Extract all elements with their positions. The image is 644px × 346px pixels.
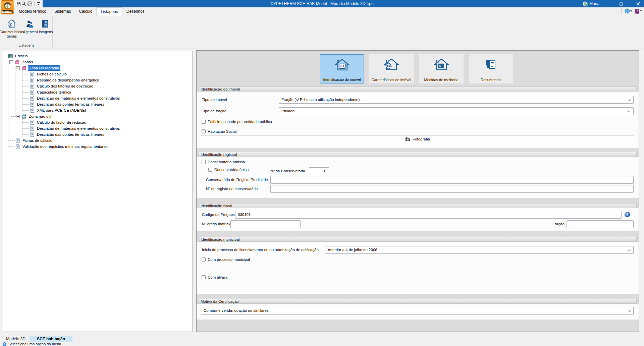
conservatoria-omissa-label: Conservatória omissa [208, 160, 245, 164]
workspace: EdifícioZonasZona útil MoradiaFichas de … [0, 49, 644, 336]
tab-identificacao-do-imovel[interactable]: ID Identificação do imóvel [320, 54, 364, 83]
tree-item-zona-nao-util[interactable]: Zona não útil [3, 113, 193, 119]
tree-item-descricao-de-materiais-e-elementos-construtivos[interactable]: Descrição de materiais e elementos const… [3, 95, 193, 101]
fracao-label: Fração [552, 220, 565, 228]
tab-medidas-de-melhoria[interactable]: A+ Medidas de melhoria [419, 54, 464, 83]
minimize-button[interactable] [599, 0, 609, 7]
tree-item-zona-util-moradia[interactable]: Zona útil Moradia [3, 65, 193, 71]
report-doc-icon [15, 144, 20, 149]
tree-item-zonas[interactable]: Zonas [3, 59, 193, 65]
tree-item-validacao-dos-requisitos-minimos-regulamentares[interactable]: Validação dos requisitos mínimos regulam… [3, 143, 193, 150]
user-name: Maria [589, 1, 599, 6]
conservatoria-omissa-checkbox[interactable] [202, 160, 206, 164]
num-registo-input[interactable] [270, 185, 634, 193]
chevron-down-icon [628, 110, 631, 112]
tipo-fracao-select[interactable]: Privado [279, 107, 634, 115]
tree-item-fichas-de-calculo[interactable]: Fichas de cálculo [3, 137, 193, 143]
processo-municipal-checkbox[interactable] [202, 257, 206, 262]
report-doc-icon [30, 108, 35, 113]
tree-connector-stub [22, 80, 29, 80]
motivo-certificacao-select[interactable]: Compra e venda, doação ou similares [201, 307, 634, 315]
processo-municipal-label: Com processo municipal [208, 257, 250, 262]
report-doc-icon [30, 126, 35, 131]
tab-sce-habitacao[interactable]: SCE habitação [30, 336, 72, 342]
app-house-icon [3, 2, 12, 9]
title-bar: SCE-HAB CYPETHERM SCE-HAB Model - Moradi… [0, 0, 644, 7]
tree-item-descricao-de-materiais-e-elementos-construtivos[interactable]: Descrição de materiais e elementos const… [3, 125, 193, 131]
tree-item-calculo-do-factor-de-reducao[interactable]: Cálculo do factor de redução [3, 119, 193, 125]
web-globe-icon[interactable] [625, 8, 632, 14]
tree-item-edificio[interactable]: Edifício [3, 53, 193, 59]
caracteristicas-gerais-button[interactable]: Características gerais [2, 18, 21, 39]
menu-tab-calculo[interactable]: Cálculo [75, 7, 96, 16]
chevron-down-icon [628, 248, 631, 251]
help-icon[interactable]: ? [625, 212, 630, 217]
tree-item-label: Fichas de cálculo [21, 138, 53, 143]
section-header-certificacao: Motivo da Certificação [199, 299, 637, 304]
report-doc-icon [30, 96, 35, 101]
habitacao-social-checkbox[interactable] [202, 129, 206, 133]
tree-item-capacidade-termica[interactable]: Capacidade térmica [3, 89, 193, 95]
tree-item-label: XML para PCE-CE (ADENE) [36, 108, 87, 113]
artigo-matricial-input[interactable] [230, 220, 301, 228]
entidade-publica-checkbox[interactable] [202, 120, 206, 124]
tree-item-descricao-das-pontes-termicas-lineares[interactable]: Descrição das pontes térmicas lineares [3, 101, 193, 107]
tree-item-descricao-das-pontes-termicas-lineares[interactable]: Descrição das pontes térmicas lineares [3, 131, 193, 137]
property-panel: ID Identificação do imóvel Caraterística… [196, 50, 639, 332]
registo-predial-input[interactable] [270, 176, 634, 184]
section-header-municipal: Identificação municipal [199, 237, 637, 242]
menu-tab-listagens[interactable]: Listagens [96, 7, 122, 16]
tree-item-resumo-de-desempenho-energetico[interactable]: Resumo de desempenho energético [3, 77, 193, 83]
report-book-icon: » [41, 19, 49, 29]
licenciamento-select[interactable]: Anterior a 4 de julho de 2006 [325, 246, 634, 254]
house-id-icon: ID [320, 58, 364, 72]
close-button[interactable] [633, 0, 643, 7]
house-aplus-icon: A+ [419, 57, 464, 71]
listagens-button[interactable]: » Listagens [38, 18, 52, 34]
tipo-imovel-select[interactable]: Fração (s/ PH e com utilização independe… [279, 96, 634, 104]
menu-tab-desenhos[interactable]: Desenhos [122, 7, 149, 16]
app-menu-button[interactable]: SCE-HAB [1, 0, 14, 14]
panel-splitter[interactable] [194, 186, 194, 192]
tree-item-fichas-de-calculo[interactable]: Fichas de cálculo [3, 71, 193, 77]
report-doc-icon [30, 120, 35, 125]
tipo-imovel-label: Tipo de imóvel [202, 96, 227, 104]
fotografia-button[interactable]: Fotografia [201, 135, 634, 143]
tab-documentos[interactable]: Documentos [469, 54, 513, 83]
alvara-checkbox[interactable] [202, 275, 206, 279]
fracao-input[interactable] [567, 220, 634, 228]
view-tabs: Modelo 3D SCE habitação [0, 336, 644, 342]
menu-tab-sistemas[interactable]: Sistemas [50, 7, 75, 16]
num-conservatoria-input[interactable]: 0 [309, 167, 329, 175]
tree-collapse-toggle[interactable] [9, 60, 13, 64]
zone-house-pink-icon [21, 66, 26, 71]
documents-icon [469, 57, 513, 71]
status-bar: i Seleccione uma opção do menu. [0, 342, 644, 346]
tree-item-label: Descrição de materiais e elementos const… [36, 126, 121, 131]
user-account[interactable]: Maria [583, 0, 599, 7]
tree-collapse-toggle[interactable] [16, 115, 20, 118]
restore-button[interactable] [616, 0, 626, 7]
svg-text:»: » [45, 21, 47, 23]
agentes-button[interactable]: Agentes [23, 18, 37, 34]
tree-item-calculo-dos-fatores-de-obstrucao[interactable]: Cálculo dos fatores de obstrução [3, 83, 193, 89]
alvara-label: Com alvará [208, 275, 227, 280]
tree-collapse-toggle[interactable] [16, 66, 20, 70]
tree-connector-stub [22, 92, 29, 93]
menu-tab-modelo-termico[interactable]: Modelo térmico [15, 7, 50, 16]
conservatoria-unica-checkbox[interactable] [208, 168, 212, 172]
artigo-matricial-label: Nº artigo matricial [202, 220, 232, 228]
tab-modelo-3d[interactable]: Modelo 3D [4, 336, 28, 342]
codigo-freguesia-label: Código de Freguesia [202, 211, 238, 219]
tab-carateristicas-do-imovel[interactable]: Caraterísticas do imóvel [369, 54, 414, 83]
report-doc-icon [30, 84, 35, 89]
tree-item-xml-para-pce-ce-adene[interactable]: XML para PCE-CE (ADENE) [3, 107, 193, 113]
window-title: CYPETHERM SCE-HAB Model - Moradia Modelo… [0, 0, 644, 7]
help-book-icon[interactable] [635, 9, 642, 14]
tree-connector-stub [8, 147, 15, 147]
tree-connector-stub [22, 74, 29, 74]
ribbon: Características gerais Agentes » Listage… [0, 16, 644, 49]
tree-item-label: Zonas [21, 59, 34, 65]
num-conservatoria-label: Nº da Conservatória [270, 167, 305, 175]
codigo-freguesia-input[interactable]: 030101 [235, 211, 622, 219]
